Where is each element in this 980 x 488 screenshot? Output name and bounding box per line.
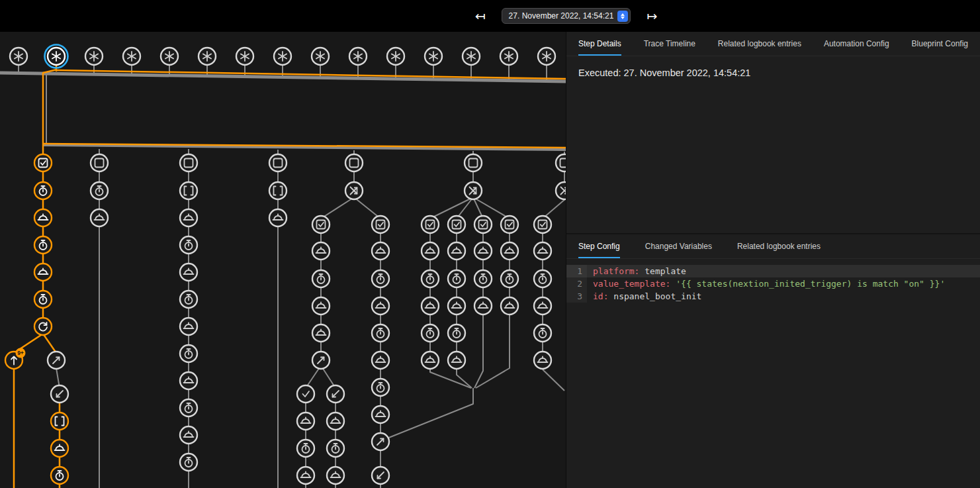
graph-node-dome-icon[interactable] [327,413,344,430]
graph-node-asterisk-icon[interactable] [123,48,140,65]
graph-node-dome-icon[interactable] [91,209,108,226]
graph-node-dome-icon[interactable] [180,318,197,335]
graph-node-asterisk-icon[interactable] [500,48,517,65]
graph-node-check-icon[interactable] [34,154,52,171]
graph-node-dome-icon[interactable] [34,264,52,281]
graph-node-dome-icon[interactable] [51,440,68,457]
graph-node-timer-icon[interactable] [180,399,197,416]
graph-node-dome-icon[interactable] [448,242,465,260]
graph-node-timer-icon[interactable] [180,345,197,362]
graph-node-timer-icon[interactable] [34,182,52,199]
graph-node-timer-icon[interactable] [91,182,108,199]
graph-node-asterisk-icon[interactable] [10,48,27,65]
graph-node-dome-icon[interactable] [422,242,439,260]
graph-node-check-icon[interactable] [534,216,551,233]
graph-node-split-icon[interactable] [465,182,482,199]
graph-node-dome-icon[interactable] [534,352,551,369]
graph-node-asterisk-icon[interactable] [463,48,480,65]
graph-node-square-icon[interactable] [556,154,566,171]
graph-node-check-icon[interactable] [312,216,330,233]
graph-node-dome-icon[interactable] [312,324,330,342]
graph-node-asterisk-icon[interactable] [387,48,404,65]
graph-node-dome-icon[interactable] [474,242,492,260]
graph-node-timer-icon[interactable] [372,324,389,342]
graph-node-dome-icon[interactable] [312,242,330,260]
graph-node-timer-icon[interactable] [372,270,389,287]
graph-node-timer-icon[interactable] [180,454,197,471]
graph-node-repeat-icon[interactable] [34,318,52,335]
graph-node-dome-icon[interactable] [372,406,389,423]
graph-node-check-icon[interactable] [474,216,492,233]
graph-node-dome-icon[interactable] [180,426,197,444]
graph-node-arrow-up-icon[interactable]: 9+ [5,348,26,369]
graph-node-dome-icon[interactable] [448,297,465,315]
graph-node-dome-icon[interactable] [422,297,439,315]
graph-node-square-icon[interactable] [180,154,197,171]
graph-node-dome-icon[interactable] [372,297,389,315]
graph-node-brackets-icon[interactable] [180,182,197,199]
graph-node-dome-icon[interactable] [297,413,314,430]
graph-node-arrow-down-left-icon[interactable] [372,467,389,484]
graph-node-dome-icon[interactable] [474,297,492,315]
graph-node-asterisk-icon[interactable] [236,48,253,65]
graph-node-timer-icon[interactable] [180,291,197,308]
next-trace-icon[interactable]: ↦ [646,10,657,23]
graph-node-arrow-up-right-icon[interactable] [372,433,389,450]
graph-node-asterisk-icon[interactable] [199,48,216,65]
graph-node-dome-icon[interactable] [501,297,518,315]
graph-node-timer-icon[interactable] [327,440,344,457]
graph-node-dome-icon[interactable] [180,372,197,389]
graph-node-square-icon[interactable] [465,154,482,171]
graph-node-dome-icon[interactable] [534,297,551,315]
graph-node-dome-icon[interactable] [180,264,197,281]
graph-node-asterisk-icon[interactable] [45,45,68,68]
graph-node-square-icon[interactable] [91,154,108,171]
graph-node-timer-icon[interactable] [34,236,52,254]
graph-node-check-icon[interactable] [422,216,439,233]
trace-picker-select[interactable]: 27. November 2022, 14:54:21 [502,8,631,24]
tab-trace-timeline[interactable]: Trace Timeline [644,39,695,56]
tab-related-logbook-entries[interactable]: Related logbook entries [737,242,821,258]
graph-node-timer-icon[interactable] [448,324,465,342]
graph-node-asterisk-icon[interactable] [538,48,555,65]
graph-node-dome-icon[interactable] [448,352,465,369]
graph-node-arrow-up-right-icon[interactable] [48,352,65,369]
graph-node-timer-icon[interactable] [422,324,439,342]
graph-node-check-mark-icon[interactable] [297,385,314,403]
graph-node-split-icon[interactable] [345,182,363,199]
graph-node-arrow-up-right-icon[interactable] [312,352,330,369]
tab-blueprint-config[interactable]: Blueprint Config [912,39,968,56]
graph-node-square-icon[interactable] [269,154,287,171]
tab-related-logbook-entries[interactable]: Related logbook entries [718,39,801,56]
graph-node-timer-icon[interactable] [474,270,492,287]
graph-node-split-icon[interactable] [556,182,566,199]
graph-node-dome-icon[interactable] [297,467,314,484]
graph-node-asterisk-icon[interactable] [161,48,178,65]
graph-node-dome-icon[interactable] [422,352,439,369]
graph-node-dome-icon[interactable] [269,209,287,226]
graph-node-brackets-icon[interactable] [51,413,68,430]
graph-node-dome-icon[interactable] [534,242,551,260]
graph-node-square-icon[interactable] [345,154,363,171]
graph-node-timer-icon[interactable] [534,324,551,342]
tab-step-details[interactable]: Step Details [578,39,621,56]
graph-node-asterisk-icon[interactable] [274,48,291,65]
graph-node-brackets-icon[interactable] [269,182,287,199]
graph-node-dome-icon[interactable] [501,242,518,260]
graph-node-timer-icon[interactable] [51,467,68,484]
graph-node-dome-icon[interactable] [180,209,197,226]
graph-node-dome-icon[interactable] [372,242,389,260]
graph-node-asterisk-icon[interactable] [85,48,103,65]
graph-node-check-icon[interactable] [372,216,389,233]
tab-step-config[interactable]: Step Config [578,242,620,258]
tab-automation-config[interactable]: Automation Config [824,39,889,56]
graph-node-timer-icon[interactable] [448,270,465,287]
tab-changed-variables[interactable]: Changed Variables [645,242,712,258]
graph-node-asterisk-icon[interactable] [349,48,367,65]
graph-node-timer-icon[interactable] [180,236,197,254]
graph-node-dome-icon[interactable] [327,467,344,484]
graph-node-arrow-down-left-icon[interactable] [51,385,68,403]
graph-node-timer-icon[interactable] [312,270,330,287]
graph-node-timer-icon[interactable] [534,270,551,287]
graph-node-timer-icon[interactable] [34,291,52,308]
